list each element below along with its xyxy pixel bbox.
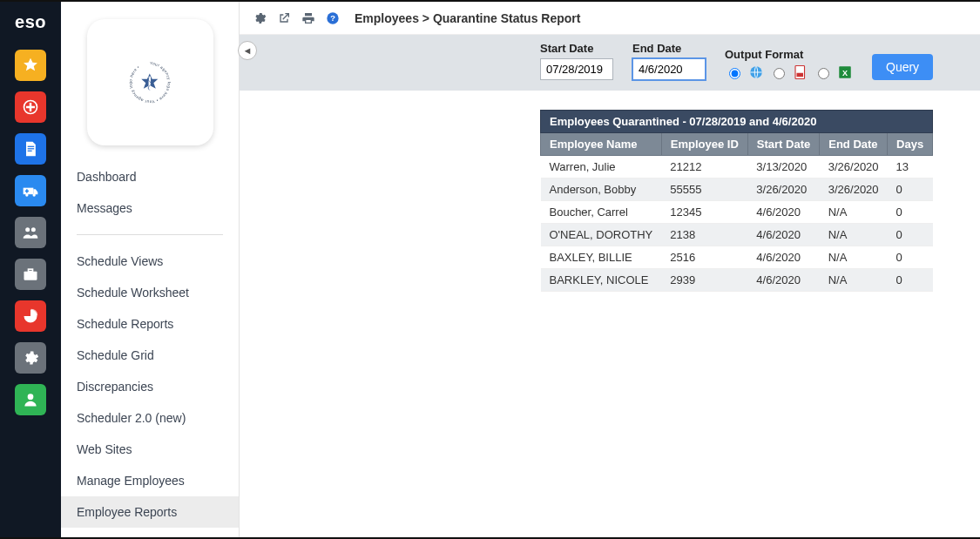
cell-end: 3/26/2020 xyxy=(820,179,888,201)
output-format-excel-radio[interactable] xyxy=(818,68,829,79)
piechart-icon[interactable] xyxy=(15,300,46,332)
end-date-input[interactable] xyxy=(632,58,706,80)
cell-id: 2939 xyxy=(661,269,747,292)
cell-id: 2138 xyxy=(661,224,747,246)
cell-id: 55555 xyxy=(661,179,747,201)
side-panel: Your agency logo here • Your agency logo… xyxy=(61,2,240,537)
medical-icon[interactable] xyxy=(15,91,46,123)
sidebar-item-schedule-worksheet[interactable]: Schedule Worksheet xyxy=(61,277,239,308)
sidebar-item-schedule-views[interactable]: Schedule Views xyxy=(61,246,239,277)
start-date-field: Start Date xyxy=(540,42,613,80)
people-icon[interactable] xyxy=(15,217,46,248)
cell-id: 2516 xyxy=(661,246,747,269)
cell-days: 0 xyxy=(888,179,933,201)
start-date-input[interactable] xyxy=(540,58,613,80)
report-table: Employees Quarantined - 07/28/2019 and 4… xyxy=(540,110,933,292)
svg-rect-10 xyxy=(25,191,29,192)
gear-icon[interactable] xyxy=(252,10,267,26)
cell-days: 0 xyxy=(888,246,933,269)
sidebar-item-messages[interactable]: Messages xyxy=(61,192,239,224)
cell-days: 0 xyxy=(888,224,933,246)
svg-rect-3 xyxy=(28,146,35,147)
table-row: Boucher, Carrel123454/6/2020N/A0 xyxy=(541,201,933,224)
svg-point-15 xyxy=(28,394,34,400)
user-icon[interactable] xyxy=(15,384,46,415)
pdf-icon xyxy=(793,64,808,80)
svg-text:?: ? xyxy=(330,14,335,23)
cell-name: BAXLEY, BILLIE xyxy=(541,246,662,269)
svg-rect-2 xyxy=(26,106,35,109)
table-row: BARKLEY, NICOLE29394/6/2020N/A0 xyxy=(541,269,933,292)
brand-logo: eso xyxy=(15,9,46,39)
html-icon xyxy=(748,64,764,80)
cell-end: N/A xyxy=(820,224,888,246)
cell-end: N/A xyxy=(820,246,888,269)
cell-name: Warren, Julie xyxy=(541,156,662,179)
svg-point-11 xyxy=(25,227,30,232)
svg-text:X: X xyxy=(842,69,848,77)
cell-id: 21212 xyxy=(661,156,747,179)
excel-icon: X xyxy=(837,64,853,80)
cell-start: 4/6/2020 xyxy=(747,224,819,246)
svg-rect-14 xyxy=(29,269,33,272)
report-title: Employees Quarantined - 07/28/2019 and 4… xyxy=(541,111,933,133)
column-header: Start Date xyxy=(747,133,819,156)
briefcase-icon[interactable] xyxy=(15,259,46,290)
breadcrumb: Employees > Quarantine Status Report xyxy=(355,11,580,25)
sidebar-item-dashboard[interactable]: Dashboard xyxy=(61,161,239,192)
agency-logo-placeholder: Your agency logo here • Your agency logo… xyxy=(87,19,213,145)
sidebar-item-discrepancies[interactable]: Discrepancies xyxy=(61,371,239,402)
collapse-sidepanel-button[interactable]: ◄ xyxy=(238,41,257,60)
gear-icon[interactable] xyxy=(15,342,46,374)
column-header: Employee Name xyxy=(541,133,662,156)
star-icon[interactable] xyxy=(15,50,46,81)
sidebar-item-manage-employees[interactable]: Manage Employees xyxy=(61,465,239,496)
icon-rail: eso xyxy=(0,2,61,537)
column-header: End Date xyxy=(820,133,888,156)
print-icon[interactable] xyxy=(301,10,316,26)
ambulance-icon[interactable] xyxy=(15,175,46,206)
popout-icon[interactable] xyxy=(276,10,292,26)
end-date-label: End Date xyxy=(632,42,706,55)
table-row: BAXLEY, BILLIE25164/6/2020N/A0 xyxy=(541,246,933,269)
cell-name: Anderson, Bobby xyxy=(541,179,662,201)
cell-end: N/A xyxy=(820,269,888,292)
table-row: Warren, Julie212123/13/20203/26/202013 xyxy=(541,156,933,179)
sidebar-item-web-sites[interactable]: Web Sites xyxy=(61,434,239,465)
help-icon[interactable]: ? xyxy=(325,10,341,26)
cell-days: 0 xyxy=(888,201,933,224)
cell-start: 4/6/2020 xyxy=(747,246,819,269)
report-area: Employees Quarantined - 07/28/2019 and 4… xyxy=(240,91,980,292)
table-row: O'NEAL, DOROTHY21384/6/2020N/A0 xyxy=(541,224,933,246)
svg-rect-13 xyxy=(24,272,37,280)
svg-point-7 xyxy=(25,193,28,196)
svg-rect-23 xyxy=(797,73,804,77)
main-area: ? Employees > Quarantine Status Report S… xyxy=(240,2,980,537)
column-header: Employee ID xyxy=(661,133,747,156)
column-header: Days xyxy=(888,133,933,156)
svg-rect-5 xyxy=(28,151,32,152)
cell-id: 12345 xyxy=(661,201,747,224)
output-format-html-radio[interactable] xyxy=(729,68,740,79)
cell-start: 3/13/2020 xyxy=(747,156,819,179)
sidebar-item-scheduler-2-0-new-[interactable]: Scheduler 2.0 (new) xyxy=(61,402,239,434)
cell-end: N/A xyxy=(820,201,888,224)
cell-name: O'NEAL, DOROTHY xyxy=(541,224,662,246)
document-icon[interactable] xyxy=(15,133,46,165)
query-button[interactable]: Query xyxy=(872,54,933,80)
cell-start: 3/26/2020 xyxy=(747,179,819,201)
svg-point-12 xyxy=(31,227,36,232)
output-format-pdf-radio[interactable] xyxy=(774,68,785,79)
sidebar-item-schedule-reports[interactable]: Schedule Reports xyxy=(61,308,239,340)
toolbar: ? Employees > Quarantine Status Report xyxy=(240,2,980,35)
sidebar-item-schedule-grid[interactable]: Schedule Grid xyxy=(61,340,239,371)
cell-name: BARKLEY, NICOLE xyxy=(541,269,662,292)
nav-divider xyxy=(77,234,223,235)
filter-bar: Start Date End Date Output Format X Quer… xyxy=(240,35,980,91)
table-row: Anderson, Bobby555553/26/20203/26/20200 xyxy=(541,179,933,201)
cell-days: 13 xyxy=(888,156,933,179)
sidebar-item-employee-reports[interactable]: Employee Reports xyxy=(61,496,239,528)
output-format-group: Output Format X xyxy=(725,48,853,80)
end-date-field: End Date xyxy=(632,42,706,80)
cell-end: 3/26/2020 xyxy=(820,156,888,179)
